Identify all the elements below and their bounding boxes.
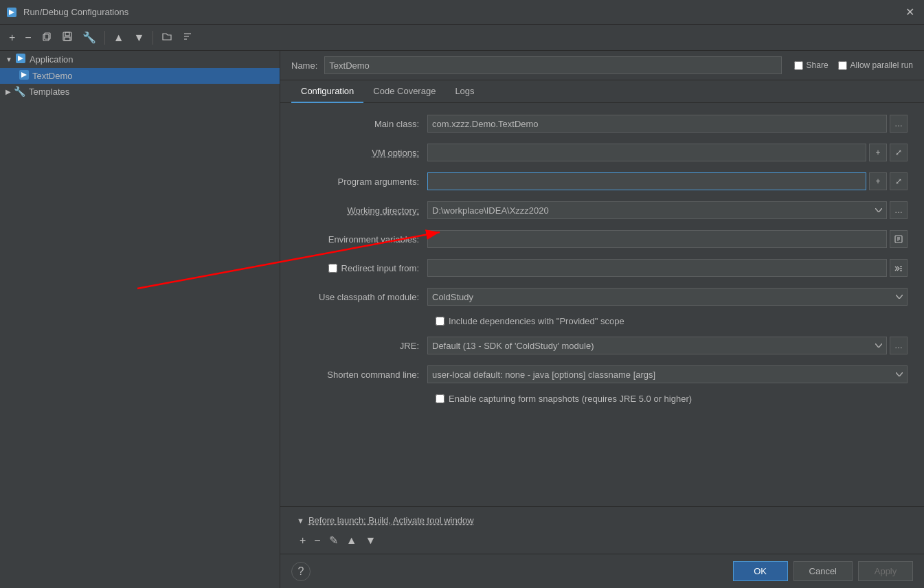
save-config-button[interactable]: [58, 29, 76, 46]
jre-select[interactable]: Default (13 - SDK of 'ColdStudy' module): [427, 337, 887, 354]
redirect-input-wrap: [427, 259, 908, 277]
move-down-button[interactable]: ▼: [131, 30, 148, 45]
env-vars-browse-button[interactable]: [890, 230, 908, 248]
add-config-button[interactable]: +: [5, 30, 19, 45]
include-deps-checkbox[interactable]: [436, 317, 444, 326]
form-snapshots-row: Enable capturing form snapshots (require…: [297, 394, 908, 404]
allow-parallel-checkbox[interactable]: [838, 61, 847, 70]
before-launch-down-button[interactable]: ▼: [363, 532, 379, 548]
working-dir-row: Working directory: D:\workplace\IDEA\Xzz…: [297, 201, 908, 220]
application-icon: [15, 53, 26, 66]
working-dir-select[interactable]: D:\workplace\IDEA\Xzzz2020: [427, 201, 887, 219]
before-launch-add-button[interactable]: +: [297, 532, 308, 548]
right-panel: Name: Share Allow parallel run Configura…: [280, 51, 924, 588]
tab-logs-label: Logs: [455, 86, 474, 96]
folder-button[interactable]: [158, 29, 176, 46]
before-launch-header[interactable]: ▼ Before launch: Build, Activate tool wi…: [297, 515, 908, 525]
main-class-label: Main class:: [297, 119, 427, 129]
tree-item-application[interactable]: ▼ Application: [0, 51, 280, 68]
title-bar: Run/Debug Configurations ✕: [0, 0, 924, 25]
form-snapshots-label[interactable]: Enable capturing form snapshots (require…: [436, 394, 692, 404]
app-icon: [5, 6, 18, 19]
jre-browse-button[interactable]: …: [890, 337, 908, 354]
vm-options-input[interactable]: [427, 144, 866, 161]
shorten-cmd-select-wrap: user-local default: none - java [options…: [427, 365, 908, 383]
textdemo-icon: [19, 70, 29, 82]
before-launch-up-button[interactable]: ▲: [343, 532, 360, 548]
include-deps-label[interactable]: Include dependencies with "Provided" sco…: [436, 316, 624, 326]
working-dir-browse-button[interactable]: …: [890, 201, 908, 219]
include-deps-row: Include dependencies with "Provided" sco…: [297, 316, 908, 326]
svg-rect-2: [43, 34, 49, 41]
tab-code-coverage[interactable]: Code Coverage: [363, 80, 445, 103]
allow-parallel-checkbox-label[interactable]: Allow parallel run: [838, 60, 913, 70]
classpath-label: Use classpath of module:: [297, 292, 427, 302]
bottom-buttons: OK Cancel Apply: [733, 561, 913, 581]
vm-options-expand-button[interactable]: ⤢: [890, 144, 908, 161]
shorten-cmd-label: Shorten command line:: [297, 370, 427, 380]
redirect-input-browse-button[interactable]: [890, 259, 908, 277]
toolbar-separator: [104, 31, 105, 45]
application-label: Application: [30, 54, 74, 65]
copy-config-button[interactable]: [38, 29, 56, 46]
vm-options-add-button[interactable]: +: [869, 144, 887, 161]
env-vars-row: Environment variables:: [297, 229, 908, 249]
share-checkbox-label[interactable]: Share: [794, 60, 829, 70]
main-class-input-wrap: …: [427, 115, 908, 133]
redirect-input-input[interactable]: [427, 259, 887, 277]
cancel-button[interactable]: Cancel: [793, 561, 853, 581]
share-checkbox[interactable]: [794, 61, 803, 70]
redirect-input-row: Redirect input from:: [297, 258, 908, 278]
remove-config-button[interactable]: −: [21, 30, 34, 45]
vm-options-label: VM options:: [297, 148, 427, 158]
apply-button[interactable]: Apply: [858, 561, 913, 581]
program-args-row: Program arguments: + ⤢: [297, 172, 908, 191]
main-content: ▼ Application TextDemo ▶ 🔧 Temp: [0, 51, 924, 588]
share-label: Share: [807, 60, 829, 70]
tree-item-textdemo[interactable]: TextDemo: [0, 68, 280, 84]
env-vars-input[interactable]: [427, 230, 887, 248]
name-options: Share Allow parallel run: [794, 60, 913, 70]
ok-button[interactable]: OK: [733, 561, 788, 581]
before-launch-edit-button[interactable]: ✎: [326, 532, 341, 548]
working-dir-label: Working directory:: [297, 205, 427, 216]
form-snapshots-checkbox[interactable]: [436, 394, 444, 403]
tree-item-templates[interactable]: ▶ 🔧 Templates: [0, 84, 280, 99]
program-args-input[interactable]: [427, 172, 866, 190]
name-input[interactable]: [324, 56, 781, 74]
before-launch-remove-button[interactable]: −: [311, 532, 323, 548]
jre-input-wrap: Default (13 - SDK of 'ColdStudy' module)…: [427, 337, 908, 354]
toolbar: + − 🔧 ▲ ▼: [0, 25, 924, 51]
env-vars-label: Environment variables:: [297, 234, 427, 245]
allow-parallel-label: Allow parallel run: [850, 60, 913, 70]
before-launch-arrow: ▼: [297, 517, 304, 525]
tabs: Configuration Code Coverage Logs: [280, 80, 924, 103]
program-args-expand-button[interactable]: ⤢: [890, 172, 908, 190]
classpath-row: Use classpath of module: ColdStudy: [297, 287, 908, 306]
program-args-add-button[interactable]: +: [869, 172, 887, 190]
main-class-row: Main class: …: [297, 114, 908, 133]
main-class-browse-button[interactable]: …: [890, 115, 908, 133]
redirect-input-checkbox[interactable]: [328, 264, 337, 273]
main-class-input[interactable]: [427, 115, 887, 133]
tab-configuration-label: Configuration: [301, 86, 354, 96]
svg-rect-3: [45, 33, 50, 39]
settings-button[interactable]: 🔧: [79, 30, 100, 45]
close-button[interactable]: ✕: [901, 4, 919, 20]
templates-label: Templates: [29, 87, 69, 97]
config-panel: Main class: … VM options: + ⤢ Program ar…: [280, 103, 924, 506]
expand-arrow: ▼: [5, 56, 12, 63]
before-launch-label: Before launch: Build, Activate tool wind…: [308, 515, 474, 525]
tab-code-coverage-label: Code Coverage: [373, 86, 436, 96]
tab-configuration[interactable]: Configuration: [291, 80, 363, 103]
shorten-cmd-select[interactable]: user-local default: none - java [options…: [427, 365, 908, 383]
classpath-select[interactable]: ColdStudy: [427, 288, 908, 306]
jre-label: JRE:: [297, 341, 427, 351]
help-button[interactable]: ?: [291, 562, 311, 581]
sort-button[interactable]: [179, 29, 196, 46]
textdemo-label: TextDemo: [32, 71, 73, 81]
name-label: Name:: [291, 60, 317, 71]
tab-logs[interactable]: Logs: [445, 80, 484, 103]
move-up-button[interactable]: ▲: [110, 30, 128, 45]
redirect-input-label: Redirect input from:: [341, 263, 419, 273]
